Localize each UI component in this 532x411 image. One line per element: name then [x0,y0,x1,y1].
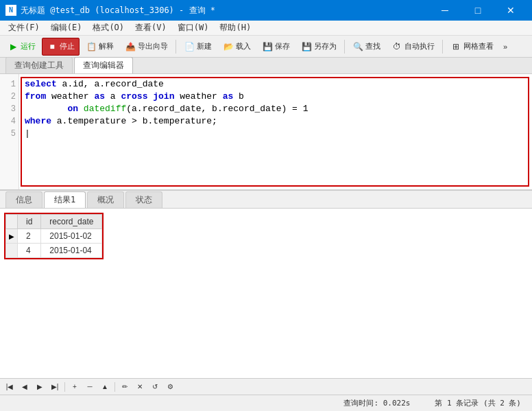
status-bar: 查询时间: 0.022s 第 1 条记录 (共 2 条) [0,395,532,411]
grid-icon: ⊞ [450,41,461,52]
tab-info[interactable]: 信息 [5,191,43,208]
stop-icon: ■ [47,41,58,52]
explain-button[interactable]: 📋 解释 [81,38,119,56]
toolbar: ▶ 运行 ■ 停止 📋 解释 📤 导出向导 📄 新建 📂 载入 💾 保存 💾 另… [0,36,532,58]
separator-2 [344,40,345,54]
export-icon: 📤 [125,41,136,52]
results-table-area: id record_date ▶ 2 2015-01-02 4 [0,209,532,378]
stop-button[interactable]: ■ 停止 [42,38,80,56]
export-button[interactable]: 📤 导出向导 [120,38,173,56]
run-button[interactable]: ▶ 运行 [3,38,40,56]
saveas-button[interactable]: 💾 另存为 [296,38,341,56]
tab-query-editor[interactable]: 查询编辑器 [74,57,133,73]
title-bar: N 无标题 @test_db (localhost_3306) - 查询 * ─… [0,0,532,21]
results-table: id record_date ▶ 2 2015-01-02 4 [5,214,102,258]
query-time: 查询时间: 0.022s [338,398,415,408]
table-wrapper: id record_date ▶ 2 2015-01-02 4 [4,213,104,259]
nav-settings-button[interactable]: ⚙ [163,381,177,393]
code-line-5: | [25,128,527,140]
row-2-date: 2015-01-04 [41,244,102,258]
nav-refresh-button[interactable]: ↺ [148,381,162,393]
menu-window[interactable]: 窗口(W) [172,21,215,35]
results-section: 信息 结果1 概况 状态 id record_date [0,191,532,411]
row-1-indicator: ▶ [6,229,18,244]
nav-bar: |◀ ◀ ▶ ▶| + ─ ▲ ✏ ✕ ↺ ⚙ [0,378,532,395]
nav-edit-button[interactable]: ✏ [118,381,132,393]
col-indicator [6,215,18,229]
nav-delete-button[interactable]: ─ [83,381,97,393]
new-icon: 📄 [184,41,195,52]
row-2-id: 4 [18,244,41,258]
nav-sep-2 [114,382,115,392]
tab-results[interactable]: 结果1 [44,191,86,208]
nav-first-button[interactable]: |◀ [3,381,16,393]
nav-cancel-button[interactable]: ✕ [133,381,147,393]
row-1-date: 2015-01-02 [41,229,102,244]
record-count: 第 1 条记录 (共 2 条) [429,398,527,408]
table-row[interactable]: 4 2015-01-04 [6,244,102,258]
grid-button[interactable]: ⊞ 网格查看 [446,38,498,56]
col-id: id [18,215,41,229]
nav-next-button[interactable]: ▶ [33,381,47,393]
code-line-3: on datediff(a.record_date, b.record_date… [25,103,527,115]
save-button[interactable]: 💾 保存 [257,38,295,56]
line-numbers: 1 2 3 4 5 [0,74,19,189]
autorun-button[interactable]: ⏱ 自动执行 [387,38,439,56]
load-button[interactable]: 📂 载入 [218,38,256,56]
code-line-1: select a.id, a.record_date [25,78,527,91]
nav-sep-1 [64,382,65,392]
tab-overview[interactable]: 概况 [87,191,124,208]
row-arrow: ▶ [9,233,14,240]
find-icon: 🔍 [352,41,363,52]
close-button[interactable]: ✕ [495,0,527,21]
tab-status[interactable]: 状态 [125,191,162,208]
line-num-4: 4 [3,115,16,128]
table-header-row: id record_date [6,215,102,229]
nav-add-button[interactable]: + [68,381,82,393]
row-2-indicator [6,244,18,258]
code-line-4: where a.temperature > b.temperature; [25,115,527,128]
more-button[interactable]: » [500,38,511,56]
autorun-icon: ⏱ [391,41,402,52]
tab-bar-bottom: 信息 结果1 概况 状态 [0,191,532,209]
line-num-5: 5 [3,128,16,140]
menu-format[interactable]: 格式(O) [87,21,130,35]
separator-1 [176,40,176,54]
find-button[interactable]: 🔍 查找 [348,38,385,56]
run-icon: ▶ [8,41,19,52]
menu-help[interactable]: 帮助(H) [214,21,256,35]
menu-view[interactable]: 查看(V) [130,21,172,35]
saveas-icon: 💾 [301,41,312,52]
code-line-2: from weather as a cross join weather as … [25,91,527,103]
col-record-date: record_date [41,215,102,229]
menu-file[interactable]: 文件(F) [3,21,45,35]
nav-prev-button[interactable]: ◀ [18,381,32,393]
tab-bar-top: 查询创建工具 查询编辑器 [0,58,532,74]
explain-icon: 📋 [86,41,97,52]
save-icon: 💾 [262,41,273,52]
nav-last-button[interactable]: ▶| [48,381,62,393]
title-bar-left: N 无标题 @test_db (localhost_3306) - 查询 * [5,5,215,16]
row-1-id: 2 [18,229,41,244]
menu-edit[interactable]: 编辑(E) [45,21,88,35]
load-icon: 📂 [223,41,234,52]
line-num-1: 1 [3,78,16,91]
new-button[interactable]: 📄 新建 [179,38,217,56]
main-content: 1 2 3 4 5 select a.id, a.record_date fro… [0,74,532,411]
menu-bar: 文件(F) 编辑(E) 格式(O) 查看(V) 窗口(W) 帮助(H) [0,21,532,36]
title-bar-controls: ─ □ ✕ [429,0,527,21]
maximize-button[interactable]: □ [462,0,494,21]
line-num-3: 3 [3,103,16,115]
status-right: 查询时间: 0.022s 第 1 条记录 (共 2 条) [332,398,532,408]
nav-up-button[interactable]: ▲ [98,381,112,393]
code-textarea[interactable]: select a.id, a.record_date from weather … [19,74,532,189]
window-title: 无标题 @test_db (localhost_3306) - 查询 * [21,5,215,16]
code-editor: 1 2 3 4 5 select a.id, a.record_date fro… [0,74,532,191]
separator-3 [442,40,443,54]
tab-query-builder[interactable]: 查询创建工具 [5,57,73,73]
table-row[interactable]: ▶ 2 2015-01-02 [6,229,102,244]
app-icon: N [5,5,16,16]
minimize-button[interactable]: ─ [429,0,461,21]
line-num-2: 2 [3,91,16,103]
